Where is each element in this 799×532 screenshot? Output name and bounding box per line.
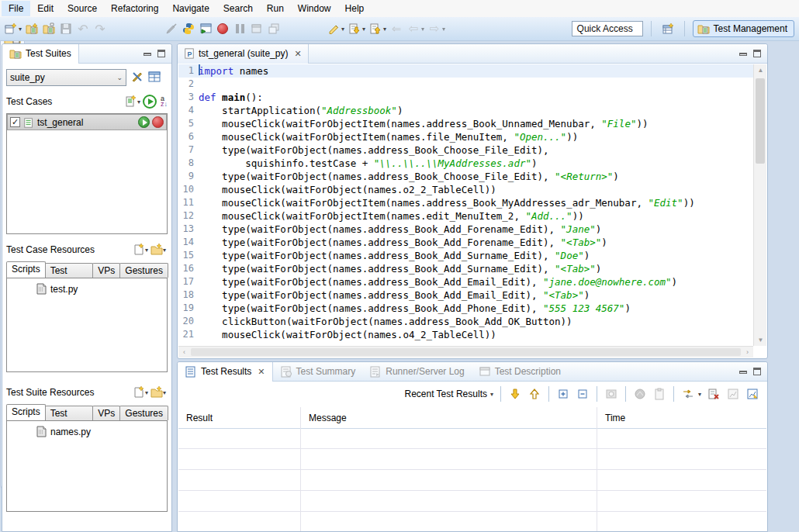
code-line-2[interactable]: 2 [178, 78, 753, 91]
new-folder-dropdown[interactable]: ▾ [163, 389, 166, 396]
save-icon[interactable] [57, 20, 74, 37]
code-line-19[interactable]: 19 type(waitForObject(names.address_Book… [178, 302, 753, 315]
new-test-suite-icon[interactable] [23, 20, 40, 37]
disable-record-icon[interactable] [163, 20, 180, 37]
scroll-left-icon[interactable]: ‹ [178, 347, 190, 358]
quick-access-button[interactable]: Quick Access [572, 21, 643, 36]
launch-console-icon[interactable] [197, 20, 214, 37]
suite-settings-icon[interactable] [131, 71, 144, 85]
file-row-test-py[interactable]: test.py [7, 278, 167, 295]
code-line-4[interactable]: 4 startApplication("Addressbook") [178, 104, 753, 117]
open-perspective-icon[interactable] [659, 20, 676, 37]
scroll-up-icon[interactable]: ▲ [754, 64, 767, 76]
new-file-dropdown[interactable]: ▾ [145, 389, 148, 396]
code-line-8[interactable]: 8 squishinfo.testCase + "\\..\\..\\MyAdd… [178, 157, 753, 170]
column-message[interactable]: Message [300, 413, 597, 423]
recent-test-results-dropdown[interactable]: Recent Test Results ▾ [404, 389, 495, 399]
tab-gestures[interactable]: Gestures [119, 263, 168, 278]
maximize-view-icon[interactable] [157, 50, 165, 57]
new-file-icon[interactable] [133, 385, 145, 400]
menu-edit[interactable]: Edit [30, 1, 61, 16]
code-line-13[interactable]: 13 type(waitForObject(names.address_Book… [178, 223, 753, 236]
run-down-icon[interactable] [346, 20, 363, 37]
suite-selector[interactable]: suite_py ⌄ [6, 69, 126, 86]
filter-dropdown[interactable]: ▾ [698, 391, 701, 398]
vertical-scroll-thumb[interactable] [756, 78, 765, 164]
previous-failure-icon[interactable] [526, 385, 543, 402]
forward-icon[interactable]: ⇨ [426, 20, 443, 37]
scroll-down-icon[interactable]: ▼ [754, 334, 767, 346]
tab-test-data[interactable]: Test Data [45, 263, 94, 278]
new-test-case-dropdown[interactable]: ▾ [137, 98, 140, 105]
column-result[interactable]: Result [178, 413, 300, 423]
code-line-1[interactable]: 1import names [178, 64, 753, 78]
run-up-icon[interactable] [367, 20, 384, 37]
minimize-results-icon[interactable] [739, 371, 747, 374]
record-test-case-icon[interactable] [152, 116, 164, 128]
tab-runner-server-log[interactable]: Runner/Server Log [362, 362, 471, 382]
redo-icon[interactable]: ↷ [92, 20, 109, 37]
results-table-body[interactable] [178, 430, 766, 531]
code-line-11[interactable]: 11 mouseClick(waitForObjectItem(names.ad… [178, 196, 753, 209]
clipboard-icon[interactable] [651, 385, 668, 402]
new-file-dropdown[interactable]: ▾ [145, 247, 148, 254]
tab-vps[interactable]: VPs [92, 263, 120, 278]
expand-all-icon[interactable] [555, 385, 572, 402]
tab-test-results[interactable]: Test Results ✕ [178, 362, 273, 382]
import-results-icon[interactable] [744, 385, 761, 402]
menu-file[interactable]: File [2, 1, 30, 16]
editor-horizontal-scrollbar[interactable]: ‹ › [178, 346, 753, 358]
code-line-16[interactable]: 16 type(waitForObject(names.address_Book… [178, 262, 753, 275]
menu-window[interactable]: Window [291, 1, 338, 16]
perspective-test-management[interactable]: Test Management [693, 20, 794, 37]
run-down-dropdown[interactable]: ▾ [362, 26, 365, 33]
back-annotation-icon[interactable]: ⇐ [388, 20, 405, 37]
minimize-view-icon[interactable] [144, 53, 151, 56]
code-line-3[interactable]: 3def main(): [178, 91, 753, 104]
code-line-12[interactable]: 12 mouseClick(waitForObjectItem(names.ed… [178, 209, 753, 223]
scroll-right-icon[interactable]: › [742, 347, 753, 358]
new-folder-dropdown[interactable]: ▾ [163, 247, 166, 254]
close-tab-icon[interactable]: ✕ [258, 367, 265, 377]
code-line-7[interactable]: 7 type(waitForObject(names.address_Book_… [178, 143, 753, 157]
code-line-18[interactable]: 18 type(waitForObject(names.address_Book… [178, 288, 753, 302]
tab-test-data[interactable]: Test Data [45, 406, 94, 420]
horizontal-scroll-thumb[interactable] [191, 348, 741, 356]
code-line-9[interactable]: 9 type(waitForObject(names.address_Book_… [178, 170, 753, 183]
forward-dropdown[interactable]: ▾ [442, 26, 445, 33]
new-folder-icon[interactable] [150, 243, 163, 257]
new-test-case-icon[interactable] [125, 95, 137, 109]
tab-test-summary[interactable]: Test Summary [273, 362, 363, 382]
pause-icon[interactable] [231, 20, 248, 37]
code-line-21[interactable]: 21 mouseClick(waitForObject(names.o4_2_T… [178, 328, 753, 341]
back-icon[interactable]: ⇦ [405, 20, 422, 37]
tab-scripts[interactable]: Scripts [6, 404, 46, 420]
column-time[interactable]: Time [597, 413, 766, 423]
record-icon[interactable] [214, 20, 231, 37]
code-line-14[interactable]: 14 type(waitForObject(names.address_Book… [178, 236, 753, 249]
code-line-17[interactable]: 17 type(waitForObject(names.address_Book… [178, 275, 753, 288]
maximize-editor-icon[interactable] [753, 50, 761, 57]
annotate-dropdown[interactable]: ▾ [341, 26, 344, 33]
menu-navigate[interactable]: Navigate [165, 1, 216, 16]
new-file-icon[interactable] [133, 243, 145, 257]
new-folder-icon[interactable] [150, 385, 163, 400]
tab-test-description[interactable]: Test Description [472, 362, 568, 382]
annotate-icon[interactable] [325, 20, 342, 37]
editor-vertical-scrollbar[interactable]: ▲ ▼ [753, 64, 766, 346]
file-row-names-py[interactable]: names.py [7, 421, 167, 437]
clear-results-icon[interactable] [705, 385, 722, 402]
new-wizard-dropdown[interactable]: ▾ [19, 26, 22, 33]
code-line-5[interactable]: 5 mouseClick(waitForObjectItem(names.add… [178, 117, 753, 130]
test-case-row-tst-general[interactable]: ✓ tst_general [7, 114, 167, 130]
export-results-icon[interactable] [725, 385, 742, 402]
next-failure-icon[interactable] [507, 385, 524, 402]
test-suites-view-tab[interactable]: Test Suites [2, 44, 79, 64]
code-line-6[interactable]: 6 mouseClick(waitForObjectItem(names.fil… [178, 130, 753, 143]
tab-gestures[interactable]: Gestures [119, 406, 168, 420]
editor-tab[interactable]: P tst_general (suite_py) ✕ [178, 44, 309, 64]
code-line-15[interactable]: 15 type(waitForObject(names.address_Book… [178, 249, 753, 262]
menu-refactoring[interactable]: Refactoring [104, 1, 165, 16]
maximize-results-icon[interactable] [753, 368, 761, 375]
launch-app-icon[interactable] [248, 20, 265, 37]
